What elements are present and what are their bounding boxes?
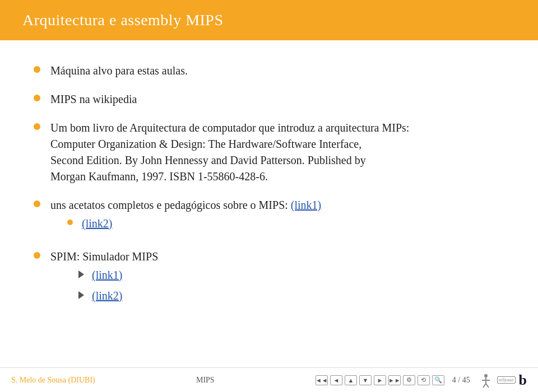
nav-settings-button[interactable]: ⚙ [403,375,415,385]
bullet-text-5: SPIM: Simulador MIPS (link1) (link2) [50,249,504,309]
nav-down-button[interactable]: ▼ [359,375,372,385]
bullet-text-2: MIPS na wikipedia [50,91,504,108]
svg-line-4 [486,384,489,388]
bullet-text-3: Um bom livro de Arquitectura de computad… [50,120,504,185]
list-item: SPIM: Simulador MIPS (link1) (link2) [34,249,504,309]
footer-author: S. Melo de Sousa (DIUBI) [11,376,95,385]
nav-prev-button[interactable]: ◄ [330,375,342,385]
sub-list-4: (link2) [50,216,504,232]
beamer-logo-icon [478,372,494,388]
arrow-right-icon [78,291,84,299]
list-item: (link2) [78,288,504,304]
main-bullet-list: Máquina alvo para estas aulas. MIPS na w… [34,63,504,309]
b-logo: b [519,373,527,388]
list-item: (link2) [67,216,504,232]
spim-link2-label[interactable]: (link2) [92,288,122,304]
bullet-dot-icon [34,66,40,73]
footer-nav: ◄◄ ◄ ▲ ▼ ► ►► ⚙ ⟲ 🔍 [316,375,444,385]
list-item: MIPS na wikipedia [34,91,504,108]
bullet-text-1: Máquina alvo para estas aulas. [50,63,504,79]
page-indicator: 4 / 45 [452,376,470,385]
nav-search-button[interactable]: 🔍 [432,375,444,385]
footer-logos: rel|ease b [478,372,527,388]
book-edition-text: Second Edition. By John Hennessy and Dav… [50,154,366,166]
footer-center-label: MIPS [196,376,215,385]
nav-next-button[interactable]: ► [374,375,386,385]
rel-ease-logo: rel|ease [497,376,516,384]
nav-last-button[interactable]: ►► [388,375,401,385]
book-intro-text: Um bom livro de Arquitectura de computad… [50,122,409,134]
nav-up-button[interactable]: ▲ [345,375,357,385]
list-item: Um bom livro de Arquitectura de computad… [34,120,504,185]
list-item: Máquina alvo para estas aulas. [34,63,504,79]
bullet-dot-icon [34,95,40,101]
bullet-dot-icon [34,200,40,207]
bullet-dot-icon [34,123,40,130]
link2-label[interactable]: (link2) [82,216,112,232]
arrow-list-5: (link1) (link2) [50,267,504,304]
bullet-dot-icon [34,252,40,259]
svg-line-3 [483,384,486,388]
main-content: Máquina alvo para estas aulas. MIPS na w… [0,40,538,332]
sub-bullet-dot-icon [67,220,73,225]
bullet-text-4: uns acetatos completos e pedagógicos sob… [50,197,504,236]
arrow-right-icon [78,270,84,278]
acetatos-text: uns acetatos completos e pedagógicos sob… [50,199,291,211]
list-item: (link1) [78,267,504,283]
spim-link1-label[interactable]: (link1) [92,267,122,283]
nav-first-button[interactable]: ◄◄ [316,375,328,385]
page-title: Arquitectura e assembly MIPS [22,11,224,29]
footer-right: ◄◄ ◄ ▲ ▼ ► ►► ⚙ ⟲ 🔍 4 / 45 rel|ease [316,372,527,388]
book-detail-text: Computer Organization & Design: The Hard… [50,138,361,150]
header: Arquitectura e assembly MIPS [0,0,538,40]
mips-wikipedia-label: MIPS na wikipedia [50,93,137,105]
nav-zoom-button[interactable]: ⟲ [418,375,430,385]
spim-text: SPIM: Simulador MIPS [50,250,158,263]
list-item: uns acetatos completos e pedagógicos sob… [34,197,504,236]
link1-label[interactable]: (link1) [291,199,321,211]
footer: S. Melo de Sousa (DIUBI) MIPS ◄◄ ◄ ▲ ▼ ►… [0,367,538,392]
book-publisher-text: Morgan Kaufmann, 1997. ISBN 1-55860-428-… [50,170,268,183]
svg-point-0 [484,374,488,377]
release-label: rel|ease [497,376,516,384]
